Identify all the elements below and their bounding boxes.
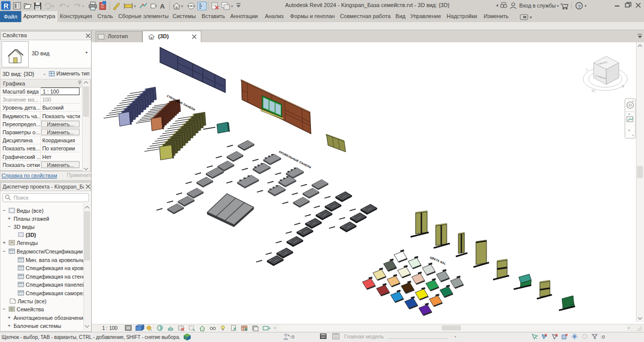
svg-text:В: В xyxy=(622,84,624,88)
svg-text:▾: ▾ xyxy=(585,4,587,8)
svg-text:‹: ‹ xyxy=(274,325,276,330)
svg-text:1 : 100: 1 : 100 xyxy=(102,325,118,331)
svg-text:▾: ▾ xyxy=(530,15,532,20)
svg-text::0: :0 xyxy=(601,334,605,339)
svg-text:▾: ▾ xyxy=(628,113,630,116)
svg-text:З: З xyxy=(586,68,588,71)
svg-text:?: ? xyxy=(578,4,581,9)
svg-text::0: :0 xyxy=(290,334,294,339)
svg-text:Ю: Ю xyxy=(592,89,595,93)
svg-text:КРОВЕЛЬНЫЕ ПАНЕЛИ: КРОВЕЛЬНЫЕ ПАНЕЛИ xyxy=(279,150,312,169)
svg-text:▾: ▾ xyxy=(454,334,456,339)
svg-text:▾: ▾ xyxy=(557,4,559,8)
svg-text:Вход в службы: Вход в службы xyxy=(519,3,556,9)
svg-text:+: + xyxy=(150,328,152,332)
svg-text:Главная модель: Главная модель xyxy=(344,333,384,339)
svg-text:▾: ▾ xyxy=(628,129,630,132)
